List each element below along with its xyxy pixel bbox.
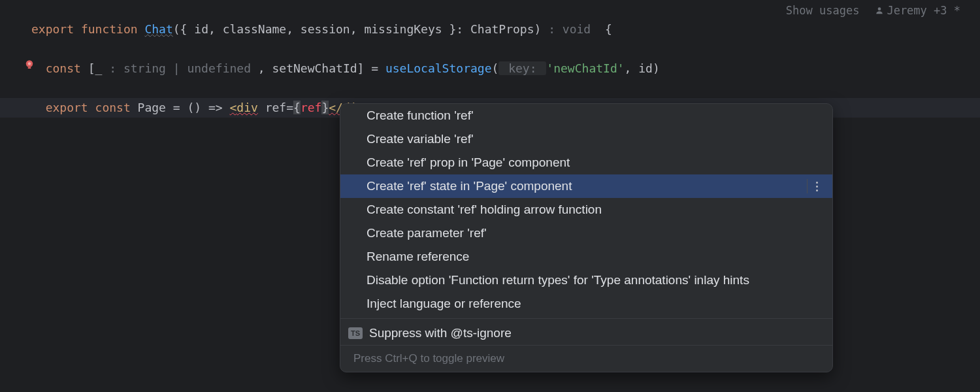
brace-open: { [293, 101, 301, 114]
svg-point-0 [878, 7, 881, 10]
punct: , [258, 61, 272, 75]
punct: = [286, 101, 293, 114]
user-icon [875, 6, 884, 15]
author-annotation[interactable]: Jeremy +3 * [875, 4, 960, 17]
attr: ref [258, 101, 286, 114]
more-actions-icon[interactable] [807, 179, 819, 193]
arrow: () => [187, 101, 229, 114]
popup-item-label: Create 'ref' prop in 'Page' component [367, 155, 570, 170]
editor-top-annotations: Show usages Jeremy +3 * [786, 4, 960, 17]
popup-item-label: Create function 'ref' [367, 108, 474, 123]
setter: setNewChatId [272, 61, 357, 75]
function-name: Chat [144, 22, 172, 36]
code-editor[interactable]: export function Chat({ id, className, se… [0, 0, 980, 118]
punct: ({ [173, 22, 195, 36]
typescript-icon: TS [348, 327, 363, 339]
popup-item-1[interactable]: Create variable 'ref' [340, 127, 832, 151]
code-line-blank[interactable] [0, 39, 980, 59]
string-literal: 'newChatId' [546, 61, 624, 75]
type: ChatProps [470, 22, 534, 36]
function-call: useLocalStorage [385, 61, 492, 75]
popup-item-4[interactable]: Create constant 'ref' holding arrow func… [340, 198, 832, 221]
punct: }: [442, 22, 470, 36]
code-line-2[interactable]: const [_ : string | undefined , setNewCh… [0, 59, 980, 78]
svg-point-3 [28, 62, 31, 65]
keyword-const: const [46, 61, 81, 75]
brace-close: } [321, 101, 329, 114]
code-line-blank-2[interactable] [0, 78, 980, 98]
inlay-param-hint: key: [498, 61, 546, 75]
popup-item-label: Suppress with @ts-ignore [369, 326, 512, 340]
params: id, className, session, missingKeys [194, 22, 442, 36]
show-usages-link[interactable]: Show usages [786, 4, 860, 17]
tag-open: < [229, 101, 237, 114]
popup-list: Create function 'ref'Create variable 're… [340, 104, 832, 316]
inlay-type-hint: : string | undefined [102, 61, 257, 75]
inlay-return-type: : void [541, 22, 598, 36]
popup-item-5[interactable]: Create parameter 'ref' [340, 221, 832, 245]
popup-item-label: Disable option 'Function return types' f… [367, 273, 749, 287]
punct: = [166, 101, 188, 114]
popup-item-label: Create variable 'ref' [367, 132, 474, 146]
popup-item-0[interactable]: Create function 'ref' [340, 104, 832, 127]
intention-actions-popup: Create function 'ref'Create variable 're… [340, 103, 833, 372]
popup-item-label: Create constant 'ref' holding arrow func… [367, 203, 602, 217]
punct: [ [81, 61, 95, 75]
punct: ) [534, 22, 542, 36]
popup-item-suppress-ts[interactable]: TS Suppress with @ts-ignore [340, 321, 832, 345]
tag-name: div [237, 101, 258, 114]
punct: ( [491, 61, 498, 75]
error-ref: ref [301, 101, 322, 114]
keyword-export: export [31, 22, 74, 36]
popup-item-label: Create 'ref' state in 'Page' component [367, 179, 572, 193]
popup-item-8[interactable]: Inject language or reference [340, 292, 832, 316]
punct: ) [653, 61, 660, 75]
intention-bulb-icon[interactable] [24, 59, 35, 71]
keyword-function: function [81, 22, 138, 36]
popup-item-6[interactable]: Rename reference [340, 245, 832, 269]
underscore: _ [95, 61, 103, 75]
popup-footer-hint: Press Ctrl+Q to toggle preview [340, 345, 832, 372]
popup-item-7[interactable]: Disable option 'Function return types' f… [340, 269, 832, 292]
punct: ] = [357, 61, 385, 75]
popup-item-2[interactable]: Create 'ref' prop in 'Page' component [340, 151, 832, 174]
popup-item-label: Inject language or reference [367, 297, 521, 311]
popup-item-label: Rename reference [367, 250, 469, 264]
popup-separator [340, 318, 832, 319]
svg-rect-2 [28, 67, 31, 69]
author-text: Jeremy +3 * [887, 4, 960, 17]
arg: id [638, 61, 653, 75]
popup-item-3[interactable]: Create 'ref' state in 'Page' component [340, 174, 832, 198]
const-name: Page [131, 101, 166, 114]
punct: { [598, 22, 612, 36]
keyword-const: const [95, 101, 131, 114]
keyword-export: export [46, 101, 88, 114]
popup-item-label: Create parameter 'ref' [367, 226, 487, 240]
punct: , [625, 61, 639, 75]
